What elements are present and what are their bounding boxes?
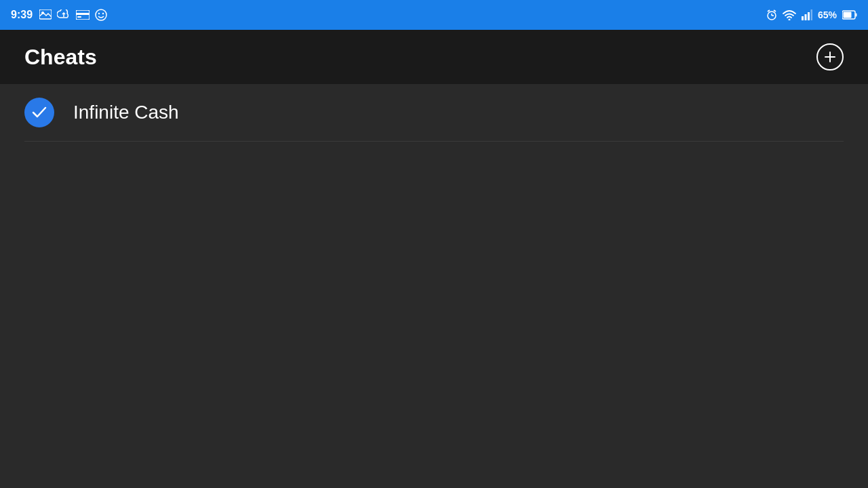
svg-rect-4 <box>76 13 90 15</box>
svg-rect-16 <box>804 14 806 20</box>
battery-percentage: 65% <box>818 9 837 20</box>
alarm-icon <box>766 9 777 21</box>
list-divider <box>24 141 844 142</box>
plus-icon <box>822 49 838 65</box>
svg-line-13 <box>774 10 776 12</box>
cloud-sync-icon <box>57 9 71 20</box>
svg-rect-15 <box>802 16 804 20</box>
status-bar-left: 9:39 <box>11 9 107 21</box>
cheats-list: Infinite Cash <box>0 84 868 142</box>
page-title: Cheats <box>24 45 97 70</box>
svg-point-8 <box>102 13 104 14</box>
list-item[interactable]: Infinite Cash <box>0 84 868 141</box>
cheat-label: Infinite Cash <box>73 102 179 123</box>
header: Cheats <box>0 30 868 84</box>
status-time: 9:39 <box>11 9 33 21</box>
image-icon <box>39 9 52 20</box>
card-icon <box>76 10 90 20</box>
checkmark-icon <box>32 106 47 119</box>
svg-rect-18 <box>810 9 812 20</box>
svg-rect-20 <box>856 14 857 17</box>
battery-icon <box>842 10 857 20</box>
svg-rect-21 <box>844 12 852 18</box>
svg-point-6 <box>96 9 106 20</box>
wifi-icon <box>783 9 796 20</box>
status-bar: 9:39 <box>0 0 868 30</box>
svg-rect-5 <box>77 16 81 18</box>
svg-point-7 <box>98 13 100 14</box>
svg-rect-17 <box>808 12 810 20</box>
svg-point-14 <box>788 19 790 21</box>
signal-icon <box>802 9 812 20</box>
cheat-enabled-toggle[interactable] <box>24 98 54 127</box>
svg-line-12 <box>768 10 770 12</box>
face-icon <box>95 9 107 21</box>
status-bar-right: 65% <box>766 9 857 21</box>
status-icons <box>39 9 107 21</box>
add-cheat-button[interactable] <box>816 43 844 70</box>
